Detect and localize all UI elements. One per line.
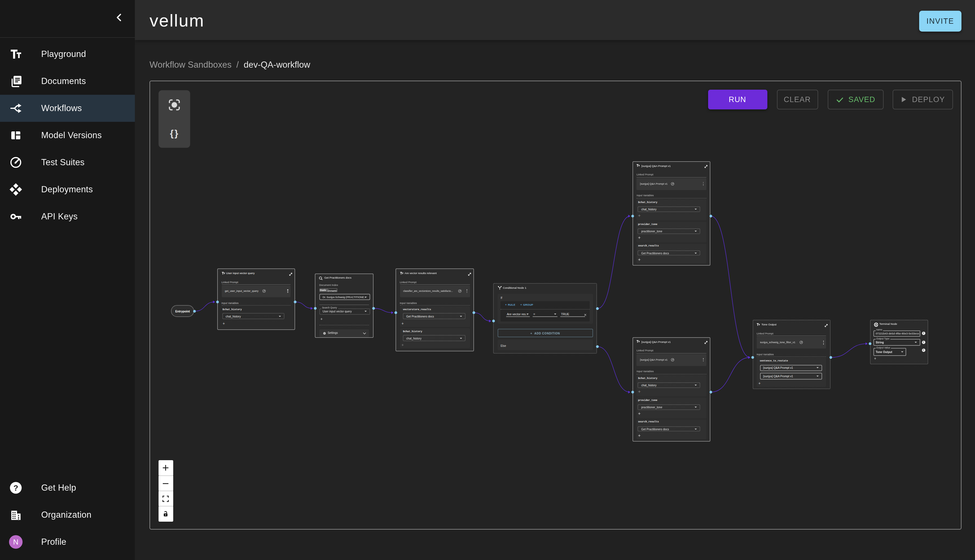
svg-text:N: N [13, 538, 18, 546]
svg-text:?: ? [13, 483, 18, 492]
